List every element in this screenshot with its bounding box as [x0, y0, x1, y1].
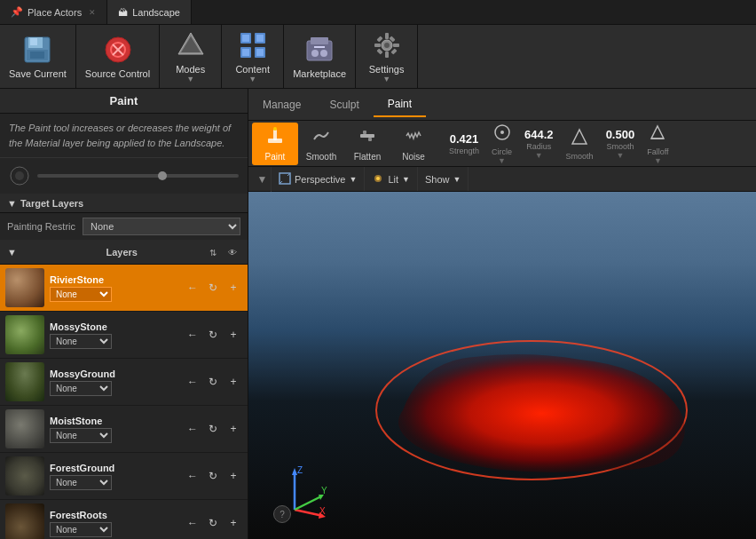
brush-size-slider[interactable]: [37, 174, 239, 178]
layer-name: MossyGround: [50, 369, 184, 379]
strength-label: Strength: [449, 147, 479, 155]
marketplace-icon: [303, 34, 335, 66]
layer-name: ForestRoots: [50, 510, 184, 520]
source-control-label: Source Control: [85, 68, 150, 79]
flatten-tool-button[interactable]: Flatten: [344, 123, 390, 165]
layer-back-button[interactable]: ←: [184, 326, 201, 344]
layer-add-button[interactable]: +: [224, 514, 242, 532]
show-label: Show: [425, 174, 450, 185]
content-button[interactable]: Content ▼: [222, 25, 284, 88]
svg-point-21: [311, 50, 319, 57]
save-current-icon: [21, 34, 53, 66]
layer-info: MoistStone None: [50, 416, 184, 443]
layer-blend-select[interactable]: None: [50, 475, 112, 490]
svg-point-51: [376, 177, 380, 180]
layer-back-button[interactable]: ←: [184, 373, 201, 391]
layer-back-button[interactable]: ←: [184, 279, 201, 297]
modes-chevron: ▼: [186, 75, 194, 83]
layer-refresh-button[interactable]: ↻: [204, 420, 222, 438]
layer-visibility-button[interactable]: 👁: [224, 244, 240, 260]
list-item[interactable]: MossyStone None ← ↻ +: [0, 312, 248, 359]
layer-thumbnail: [5, 315, 44, 354]
close-tab-icon[interactable]: ✕: [89, 8, 96, 17]
list-item[interactable]: MossyGround None ← ↻ +: [0, 359, 248, 406]
source-control-button[interactable]: Source Control: [76, 25, 160, 88]
layer-back-button[interactable]: ←: [184, 467, 201, 485]
layer-refresh-button[interactable]: ↻: [204, 514, 222, 532]
layer-blend-select[interactable]: None: [50, 334, 112, 349]
layer-refresh-button[interactable]: ↻: [204, 326, 222, 344]
tab-manage[interactable]: Manage: [248, 93, 315, 116]
paint-tab-label: Paint: [388, 98, 412, 110]
layer-blend-select[interactable]: None: [50, 522, 112, 537]
layer-add-button[interactable]: +: [224, 373, 242, 391]
tab-landscape[interactable]: 🏔 Landscape: [107, 0, 192, 24]
layer-info: MossyGround None: [50, 369, 184, 396]
perspective-button[interactable]: Perspective ▼: [272, 167, 365, 191]
svg-point-43: [500, 131, 504, 134]
lit-button[interactable]: Lit ▼: [365, 167, 418, 191]
svg-rect-33: [376, 48, 382, 54]
layer-add-button[interactable]: +: [224, 279, 242, 297]
tab-paint[interactable]: Paint: [374, 92, 426, 117]
smooth-tool-button[interactable]: Smooth: [298, 123, 344, 165]
lit-label: Lit: [388, 174, 398, 185]
painting-restrict-select[interactable]: None: [83, 218, 240, 235]
right-panel: Manage Sculpt Paint Paint: [248, 89, 756, 539]
svg-point-22: [320, 50, 327, 57]
layer-refresh-button[interactable]: ↻: [204, 279, 222, 297]
viewport-down-arrow[interactable]: ▼: [254, 167, 272, 192]
brush-preview-icon: [9, 165, 30, 186]
falloff-chevron-icon: ▼: [654, 156, 662, 165]
tab-sculpt[interactable]: Sculpt: [315, 93, 373, 116]
list-item[interactable]: ForestRoots None ← ↻ +: [0, 500, 248, 539]
perspective-chevron-icon: ▼: [349, 175, 357, 184]
layer-refresh-button[interactable]: ↻: [204, 373, 222, 391]
svg-rect-17: [242, 49, 249, 56]
marketplace-button[interactable]: Marketplace: [284, 25, 356, 88]
radius-label: Radius: [526, 142, 551, 151]
layer-refresh-button[interactable]: ↻: [204, 467, 222, 485]
settings-label: Settings: [369, 64, 405, 75]
place-actors-icon: 📌: [11, 6, 23, 18]
circle-chevron-icon: ▼: [498, 156, 506, 165]
layer-name: ForestGround: [50, 463, 184, 473]
smooth-param-label: Smooth: [566, 152, 594, 161]
circle-param[interactable]: Circle ▼: [492, 123, 512, 165]
layer-back-button[interactable]: ←: [184, 420, 201, 438]
layer-blend-select[interactable]: None: [50, 287, 112, 302]
show-button[interactable]: Show ▼: [418, 167, 469, 191]
svg-rect-2: [30, 38, 37, 45]
layer-add-button[interactable]: +: [224, 326, 242, 344]
radius-value: 644.2: [524, 128, 554, 141]
noise-tool-icon: [404, 126, 423, 150]
layer-sort-button[interactable]: ⇅: [205, 244, 221, 260]
smooth-param[interactable]: Smooth: [566, 127, 594, 161]
left-panel: Paint The Paint tool increases or decrea…: [0, 89, 248, 539]
paint-tool-button[interactable]: Paint: [252, 123, 298, 165]
noise-tool-button[interactable]: Noise: [390, 123, 437, 165]
list-item[interactable]: MoistStone None ← ↻ +: [0, 406, 248, 453]
list-item[interactable]: ForestGround None ← ↻ +: [0, 453, 248, 500]
save-current-button[interactable]: Save Current: [0, 25, 76, 88]
tab-place-actors[interactable]: 📌 Place Actors ✕: [0, 0, 107, 24]
viewport-canvas[interactable]: Z X Y ?: [248, 192, 756, 539]
svg-rect-4: [30, 52, 44, 59]
smooth-value-label: Smooth: [606, 142, 634, 151]
help-icon[interactable]: ?: [273, 505, 291, 523]
svg-rect-26: [385, 33, 389, 39]
falloff-param[interactable]: Falloff ▼: [647, 123, 668, 165]
param-row: 0.421 Strength Circle ▼ 644.2 Radius: [437, 123, 752, 165]
list-item[interactable]: RivierStone None ← ↻ +: [0, 265, 248, 312]
layers-section-header: ▼ Layers ⇅ 👁: [0, 241, 248, 265]
layer-add-button[interactable]: +: [224, 467, 242, 485]
layer-back-button[interactable]: ←: [184, 514, 201, 532]
modes-button[interactable]: Modes ▼: [160, 25, 222, 88]
paint-tool-icon: [265, 126, 285, 150]
layer-add-button[interactable]: +: [224, 420, 242, 438]
layer-blend-select[interactable]: None: [50, 428, 112, 443]
layer-blend-select[interactable]: None: [50, 381, 112, 396]
layer-actions: ← ↻ +: [184, 514, 242, 532]
settings-button[interactable]: Settings ▼: [356, 25, 418, 88]
layers-label: Layers: [106, 247, 206, 258]
